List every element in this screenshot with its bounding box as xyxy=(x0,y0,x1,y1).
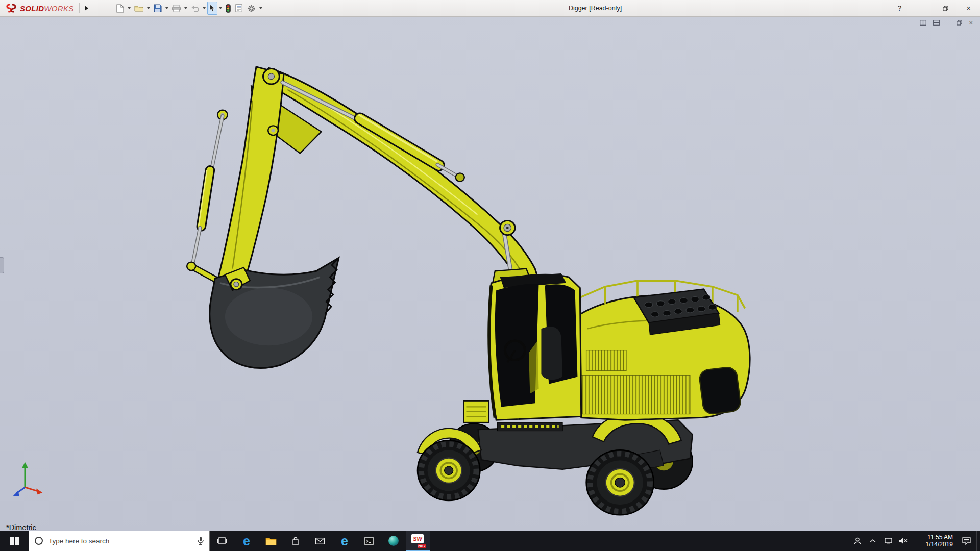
select-tool-button[interactable] xyxy=(207,2,217,15)
edge-icon: e xyxy=(243,535,250,547)
clock-date: 1/14/2019 xyxy=(926,541,953,548)
network-icon xyxy=(885,538,892,544)
quick-access-toolbar xyxy=(114,2,263,15)
network-button[interactable] xyxy=(880,531,896,551)
restore-icon xyxy=(943,6,948,11)
undo-button[interactable] xyxy=(189,2,201,15)
mail-icon xyxy=(315,538,325,544)
boom-main[interactable] xyxy=(261,68,540,288)
machine-body[interactable] xyxy=(566,281,750,420)
save-button[interactable] xyxy=(152,2,164,15)
file-properties-button[interactable] xyxy=(233,2,244,15)
cab[interactable] xyxy=(464,273,581,431)
microphone-icon[interactable] xyxy=(197,536,204,545)
sw-version-badge: 2017 xyxy=(418,544,426,548)
close-button[interactable]: × xyxy=(957,0,980,16)
app-title-bar: SOLIDWORKS xyxy=(0,0,980,17)
document-title: Digger [Read-only] xyxy=(569,0,622,16)
internet-explorer-icon: e xyxy=(341,535,348,547)
edge-button[interactable]: e xyxy=(234,531,259,551)
new-document-icon xyxy=(116,4,124,13)
solidworks-sphere-icon xyxy=(388,535,399,546)
open-folder-icon xyxy=(134,5,143,12)
start-button[interactable] xyxy=(0,531,29,551)
select-cursor-icon xyxy=(209,4,215,12)
save-dropdown-caret[interactable] xyxy=(165,7,168,9)
rebuild-stoplight-icon xyxy=(226,4,231,13)
chevron-up-icon xyxy=(870,539,876,543)
task-view-icon xyxy=(217,537,227,545)
taskbar-clock[interactable]: 11:55 AM 1/14/2019 xyxy=(911,531,956,551)
dipper-stick[interactable] xyxy=(217,67,284,289)
menu-flyout-arrow-icon[interactable] xyxy=(85,6,91,11)
rebuild-button[interactable] xyxy=(224,2,233,15)
mail-button[interactable] xyxy=(308,531,332,551)
doc-restore-button[interactable] xyxy=(957,20,962,26)
people-button[interactable] xyxy=(850,531,865,551)
horizontal-pane-icon[interactable] xyxy=(933,20,940,26)
solidworks-2017-button[interactable]: SW 2017 xyxy=(406,531,430,551)
open-dropdown-caret[interactable] xyxy=(147,7,150,9)
help-button[interactable]: ? xyxy=(888,0,911,16)
undo-dropdown-caret[interactable] xyxy=(203,7,206,9)
open-button[interactable] xyxy=(132,2,145,15)
options-dropdown-caret[interactable] xyxy=(259,7,262,9)
new-document-button[interactable] xyxy=(114,2,126,15)
minimize-button[interactable]: – xyxy=(911,0,934,16)
panel-splitter-handle[interactable] xyxy=(0,257,4,273)
internet-explorer-button[interactable]: e xyxy=(332,531,357,551)
side-vents xyxy=(566,375,690,414)
store-icon xyxy=(291,537,300,545)
file-explorer-button[interactable] xyxy=(259,531,283,551)
print-dropdown-caret[interactable] xyxy=(184,7,187,9)
task-view-button[interactable] xyxy=(210,531,234,551)
show-desktop-button[interactable] xyxy=(976,531,980,551)
print-icon xyxy=(172,5,181,12)
undo-icon xyxy=(191,5,199,12)
volume-button[interactable] xyxy=(896,531,911,551)
save-icon xyxy=(154,4,162,12)
restore-button[interactable] xyxy=(934,0,957,16)
search-input[interactable] xyxy=(47,537,193,545)
bucket[interactable] xyxy=(210,258,339,368)
document-window-controls: – × xyxy=(920,19,973,26)
rear-wheel[interactable] xyxy=(586,450,654,515)
windows-taskbar: e e xyxy=(0,531,980,551)
volume-muted-icon xyxy=(899,537,908,544)
action-center-icon xyxy=(962,537,971,545)
command-prompt-icon xyxy=(364,537,374,545)
body-side-window xyxy=(699,366,742,415)
front-vents xyxy=(586,350,626,371)
action-center-button[interactable] xyxy=(956,531,976,551)
clock-time: 11:55 AM xyxy=(927,534,953,541)
divider xyxy=(79,3,80,13)
command-prompt-button[interactable] xyxy=(357,531,381,551)
gear-icon xyxy=(247,4,256,13)
windows-logo-icon xyxy=(10,537,19,545)
doc-close-button[interactable]: × xyxy=(969,19,973,26)
boom-assembly[interactable] xyxy=(217,67,540,289)
cortana-icon xyxy=(34,536,43,545)
solidworks-app-button[interactable] xyxy=(381,531,406,551)
excavator-model[interactable] xyxy=(0,16,980,531)
people-icon xyxy=(853,537,862,545)
doc-minimize-button[interactable]: – xyxy=(946,19,950,26)
store-button[interactable] xyxy=(283,531,308,551)
taskbar-search-box[interactable] xyxy=(29,531,210,551)
print-button[interactable] xyxy=(170,2,183,15)
graphics-viewport[interactable]: – × *Dimetric xyxy=(0,16,980,531)
brand-text: SOLIDWORKS xyxy=(20,4,74,13)
new-dropdown-caret[interactable] xyxy=(128,7,131,9)
orientation-triad xyxy=(13,462,43,496)
options-button[interactable] xyxy=(245,2,258,15)
system-tray: 11:55 AM 1/14/2019 xyxy=(850,531,980,551)
front-wheel[interactable] xyxy=(418,440,480,500)
file-explorer-icon xyxy=(265,537,277,545)
split-pane-icon[interactable] xyxy=(920,20,926,26)
ds-swirl-icon xyxy=(5,4,17,13)
solidworks-2017-icon: SW 2017 xyxy=(411,534,425,547)
solidworks-logo: SOLIDWORKS xyxy=(0,4,77,13)
hidden-icons-button[interactable] xyxy=(865,531,880,551)
file-properties-icon xyxy=(235,4,242,12)
select-dropdown-caret[interactable] xyxy=(219,7,222,9)
